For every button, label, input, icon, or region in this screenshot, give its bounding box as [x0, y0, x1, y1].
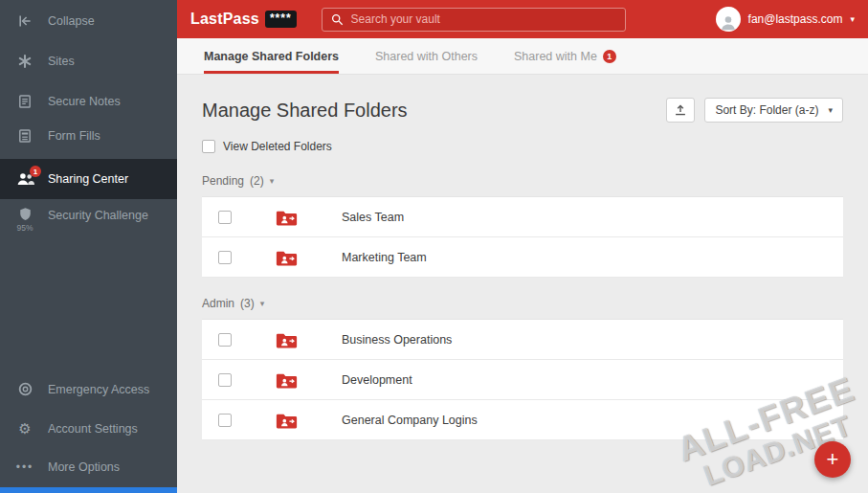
shared-folder-icon [276, 331, 298, 348]
sidebar-footer: Emergency Access ⚙ Account Settings ••• … [0, 372, 177, 493]
group-count: (2) [250, 174, 264, 188]
sidebar-item-security-challenge[interactable]: 95% Security Challenge [0, 199, 177, 242]
group-header-admin[interactable]: Admin (3) ▾ [202, 297, 843, 310]
chevron-down-icon: ▾ [260, 299, 265, 308]
table-row[interactable]: General Company Logins [202, 400, 843, 440]
sidebar-item-label: Account Settings [48, 422, 138, 436]
sidebar-item-label: Secure Notes [48, 95, 121, 108]
secure-notes-icon [15, 94, 34, 109]
sidebar-item-collapse[interactable]: Collapse [0, 4, 177, 38]
avatar [716, 7, 741, 32]
sidebar-item-sharing-center[interactable]: 1 Sharing Center [0, 159, 177, 199]
emergency-access-icon [15, 382, 34, 396]
group-name: Admin [202, 297, 234, 310]
row-checkbox[interactable] [218, 373, 232, 387]
sidebar-item-label: Sharing Center [48, 172, 128, 186]
chevron-down-icon: ▾ [850, 14, 855, 24]
view-deleted-folders-option[interactable]: View Deleted Folders [202, 140, 843, 153]
folder-name: Marketing Team [342, 251, 427, 264]
chevron-down-icon: ▾ [270, 176, 275, 186]
row-checkbox[interactable] [218, 414, 232, 427]
sidebar: Collapse Sites Secure Notes Form Fills 1 [0, 0, 177, 493]
sidebar-item-account-settings[interactable]: ⚙ Account Settings [0, 412, 177, 445]
vault-search-bar [322, 8, 626, 32]
security-challenge-icon: 95% [15, 207, 34, 233]
group-name: Pending [202, 174, 244, 188]
sidebar-item-label: Form Fills [48, 129, 100, 143]
add-folder-button[interactable]: + [814, 441, 851, 478]
admin-folder-list: Business Operations Development General … [202, 319, 843, 440]
tab-label: Shared with Me [514, 50, 597, 63]
logo-stars: **** [265, 11, 297, 28]
sidebar-item-form-fills[interactable]: Form Fills [0, 119, 177, 153]
tab-label: Shared with Others [375, 50, 478, 63]
shared-folder-icon [276, 249, 298, 266]
lastpass-vault-app: Collapse Sites Secure Notes Form Fills 1 [0, 0, 868, 493]
sidebar-item-more-options[interactable]: ••• More Options [0, 451, 177, 487]
gear-icon: ⚙ [15, 421, 34, 436]
table-row[interactable]: Business Operations [202, 320, 843, 360]
view-deleted-checkbox[interactable] [202, 140, 215, 153]
sharing-center-badge: 1 [30, 166, 41, 177]
folder-name: Development [342, 373, 412, 387]
shared-folder-icon [276, 371, 298, 389]
collapse-icon [15, 13, 34, 29]
shared-folder-icon [276, 412, 298, 429]
pending-folder-list: Sales Team Marketing Team [202, 196, 843, 278]
sort-by-label: Sort By: Folder (a-z) [715, 103, 818, 117]
table-row[interactable]: Sales Team [202, 197, 843, 237]
form-fills-icon [15, 128, 34, 144]
table-row[interactable]: Development [202, 360, 843, 400]
sidebar-item-sites[interactable]: Sites [0, 44, 177, 78]
sidebar-item-secure-notes[interactable]: Secure Notes [0, 84, 177, 119]
logo-text: LastPass [190, 11, 259, 28]
sidebar-item-emergency-access[interactable]: Emergency Access [0, 372, 177, 406]
tab-shared-with-me[interactable]: Shared with Me 1 [514, 38, 616, 74]
title-row: Manage Shared Folders Sort By: Folder (a… [202, 98, 843, 123]
tab-manage-shared-folders[interactable]: Manage Shared Folders [204, 38, 339, 74]
sharing-center-icon: 1 [15, 171, 34, 187]
search-input[interactable] [351, 12, 616, 26]
plus-icon: + [827, 447, 839, 472]
search-icon [331, 13, 344, 26]
sidebar-item-label: Security Challenge [48, 209, 148, 222]
group-count: (3) [240, 297, 255, 310]
sort-by-dropdown[interactable]: Sort By: Folder (a-z) ▾ [704, 98, 843, 123]
folder-name: Sales Team [342, 211, 404, 224]
lastpass-logo[interactable]: LastPass **** [190, 11, 297, 28]
row-checkbox[interactable] [218, 333, 232, 347]
sidebar-item-label: More Options [48, 460, 120, 474]
shared-with-me-badge: 1 [603, 50, 616, 63]
shared-folder-icon [276, 209, 298, 226]
row-checkbox[interactable] [218, 251, 232, 264]
account-email: fan@lastpass.com [748, 12, 843, 26]
content-area: Manage Shared Folders Sort By: Folder (a… [177, 75, 868, 493]
tab-label: Manage Shared Folders [204, 50, 339, 63]
folder-name: General Company Logins [342, 414, 478, 427]
sharing-tabs: Manage Shared Folders Shared with Others… [177, 38, 868, 75]
main-column: LastPass **** fan@lastpass.com ▾ Manage … [177, 0, 868, 493]
tab-shared-with-others[interactable]: Shared with Others [375, 38, 478, 74]
page-title: Manage Shared Folders [202, 100, 408, 122]
security-score: 95% [16, 223, 33, 233]
ellipsis-icon: ••• [15, 460, 34, 474]
sidebar-item-label: Emergency Access [48, 383, 149, 396]
title-actions: Sort By: Folder (a-z) ▾ [666, 98, 843, 123]
export-upload-button[interactable] [666, 98, 695, 123]
chevron-down-icon: ▾ [828, 105, 833, 115]
group-header-pending[interactable]: Pending (2) ▾ [202, 174, 843, 188]
top-header: LastPass **** fan@lastpass.com ▾ [177, 0, 868, 38]
table-row[interactable]: Marketing Team [202, 237, 843, 278]
sidebar-bottom-accent-bar [0, 487, 177, 493]
view-deleted-label: View Deleted Folders [223, 140, 332, 153]
account-menu[interactable]: fan@lastpass.com ▾ [716, 7, 855, 32]
upload-icon [674, 103, 687, 117]
row-checkbox[interactable] [218, 211, 232, 224]
sidebar-item-label: Collapse [48, 14, 95, 28]
folder-name: Business Operations [342, 333, 452, 347]
sites-icon [15, 54, 34, 69]
sidebar-item-label: Sites [48, 55, 75, 68]
